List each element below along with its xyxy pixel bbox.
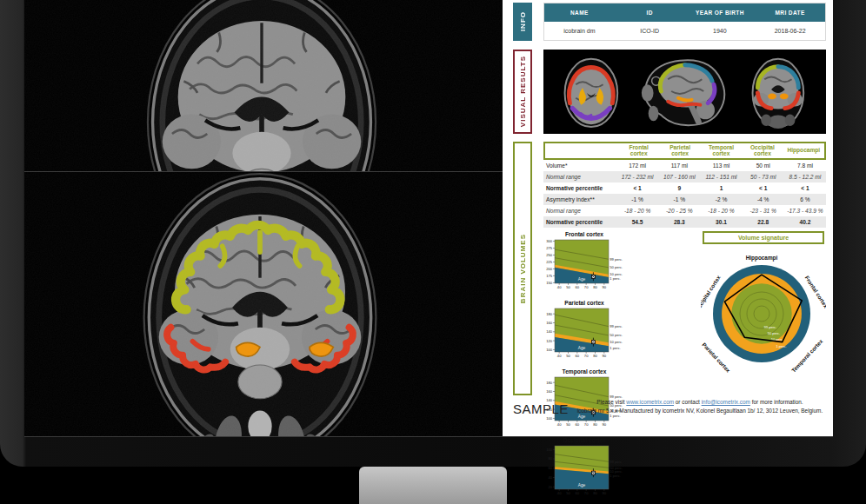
mri-coronal-plain-image [24, 0, 503, 171]
volumes-column-header: Parietalcortex [659, 143, 700, 158]
svg-text:140: 140 [546, 329, 553, 334]
info-value-cell: ICO-ID [615, 22, 685, 40]
patient-info-header-row: NAMEIDYEAR OF BIRTHMRI DATE [544, 3, 825, 22]
row-label: Normal range [543, 208, 616, 214]
svg-text:70: 70 [584, 285, 589, 289]
table-cell: 1 [700, 185, 742, 191]
icometrix-email-link[interactable]: info@icometrix.com [702, 399, 750, 405]
table-cell: -17.3 - 43.9 % [784, 208, 826, 214]
info-value-cell: 2018-06-22 [755, 22, 825, 40]
info-tab-label: INFO [519, 11, 527, 31]
table-cell: < 1 [784, 185, 826, 191]
info-column-header: ID [615, 3, 685, 22]
svg-text:80: 80 [593, 285, 597, 289]
svg-text:120: 120 [546, 339, 553, 343]
svg-text:20: 20 [549, 485, 553, 489]
svg-text:250: 250 [546, 253, 553, 257]
row-label: Volume* [543, 162, 616, 169]
table-cell: -1 % [658, 196, 700, 202]
svg-text:100: 100 [546, 348, 553, 352]
table-cell: 107 - 160 ml [658, 174, 700, 180]
svg-text:50: 50 [566, 491, 570, 495]
volumes-column-header: Temporalcortex [701, 143, 742, 158]
brain-volumes-tab: BRAIN VOLUMES [513, 142, 532, 395]
patient-info-value-row: icobrain dmICO-ID19402018-06-22 [544, 22, 825, 40]
visual-results-tab: VISUAL RESULTS [513, 50, 532, 134]
volumes-column-header: Frontalcortex [618, 143, 659, 158]
table-cell: 117 ml [658, 162, 700, 169]
svg-text:80: 80 [593, 422, 597, 427]
brain-volumes-section: BRAIN VOLUMES FrontalcortexParietalcorte… [513, 142, 826, 395]
svg-text:1 perc.: 1 perc. [610, 474, 621, 478]
svg-text:90: 90 [602, 285, 606, 289]
visual-results-section: VISUAL RESULTS [513, 50, 826, 134]
monitor-stand [359, 467, 507, 504]
table-cell: -18 - 20 % [616, 208, 658, 214]
sample-watermark: SAMPLE [513, 401, 569, 416]
volume-signature-title: Volume signature [703, 231, 824, 244]
info-column-header: MRI DATE [755, 3, 825, 22]
svg-text:160: 160 [546, 321, 553, 325]
info-column-header: YEAR OF BIRTH [685, 3, 756, 22]
footer-text: Please visit www.icometrix.com or contac… [576, 398, 824, 414]
axial-brain-image [547, 53, 636, 130]
table-row: Normal range172 - 232 ml107 - 160 ml112 … [543, 171, 826, 182]
svg-text:80: 80 [593, 491, 597, 495]
sagittal-brain-image [636, 53, 735, 130]
info-section: INFO NAMEIDYEAR OF BIRTHMRI DATE icobrai… [513, 3, 826, 41]
volumes-column-header: Occipitalcortex [742, 143, 783, 158]
svg-text:99 perc.: 99 perc. [764, 325, 776, 329]
svg-text:40: 40 [557, 491, 562, 495]
svg-text:40: 40 [549, 475, 553, 480]
table-cell: 7.8 ml [784, 162, 826, 169]
svg-text:150: 150 [546, 281, 553, 285]
chart-title: Frontal cortex [543, 231, 625, 237]
svg-text:80: 80 [549, 456, 553, 461]
footer-line-1: Please visit www.icometrix.com or contac… [576, 398, 824, 407]
table-cell: 50 ml [743, 162, 784, 169]
table-cell: -1 % [616, 196, 658, 202]
svg-text:60: 60 [575, 422, 579, 427]
mri-viewer-panel [24, 0, 503, 436]
volumes-column-header: Hippocampi [783, 143, 824, 158]
patient-info-table: NAMEIDYEAR OF BIRTHMRI DATE icobrain dmI… [543, 3, 826, 41]
table-row: Asymmetry index**-1 %-1 %-2 %-4 %6 % [543, 194, 826, 205]
table-row: Normative percentile54.528.330.122.840.2 [543, 216, 826, 228]
table-cell: < 1 [743, 185, 784, 191]
svg-text:10 perc.: 10 perc. [610, 340, 623, 344]
percentile-chart-occipital-cortex: Occipital cortex204060801004050607080909… [543, 437, 625, 503]
svg-text:160: 160 [546, 389, 553, 394]
table-row: Volume*172 ml117 ml113 ml50 ml7.8 ml [543, 160, 826, 171]
svg-text:40: 40 [557, 285, 562, 289]
table-cell: -4 % [743, 196, 784, 202]
percentile-chart-frontal-cortex: Frontal cortex15017520022525027530040506… [543, 231, 625, 297]
volume-signature-panel: Volume signature 99 perc.50 perc.10 perc… [701, 231, 826, 504]
svg-text:99 perc.: 99 perc. [610, 324, 623, 328]
svg-text:Hippocampi: Hippocampi [746, 255, 778, 262]
brain-volumes-tab-label: BRAIN VOLUMES [519, 234, 527, 303]
info-column-header: NAME [544, 3, 615, 22]
info-value-cell: icobrain dm [544, 22, 615, 40]
svg-text:99 perc.: 99 perc. [610, 460, 623, 464]
table-cell: 50 - 73 ml [743, 174, 784, 180]
info-value-cell: 1940 [685, 22, 756, 40]
svg-text:90: 90 [602, 354, 606, 358]
footer-line1-pre: Please visit [596, 399, 626, 405]
percentile-chart-parietal-cortex: Parietal cortex1001201401601804050607080… [543, 300, 625, 366]
svg-text:60: 60 [575, 285, 579, 289]
row-label: Normative percentile [543, 185, 616, 191]
svg-text:50 perc.: 50 perc. [610, 265, 623, 269]
svg-text:175: 175 [546, 274, 553, 278]
table-cell: 172 - 232 ml [616, 174, 658, 180]
svg-text:180: 180 [546, 381, 553, 385]
svg-text:1 perc.: 1 perc. [610, 276, 621, 281]
table-row: Normative percentile< 191< 1< 1 [543, 182, 826, 194]
table-cell: 8.5 - 12.2 ml [784, 174, 826, 180]
icometrix-website-link[interactable]: www.icometrix.com [626, 399, 674, 405]
svg-text:1 perc.: 1 perc. [610, 346, 621, 350]
table-cell: -18 - 20 % [700, 208, 742, 214]
table-cell: -2 % [700, 196, 742, 202]
report-page: INFO NAMEIDYEAR OF BIRTHMRI DATE icobrai… [503, 0, 833, 436]
svg-text:70: 70 [584, 354, 589, 358]
svg-text:70: 70 [584, 422, 589, 427]
